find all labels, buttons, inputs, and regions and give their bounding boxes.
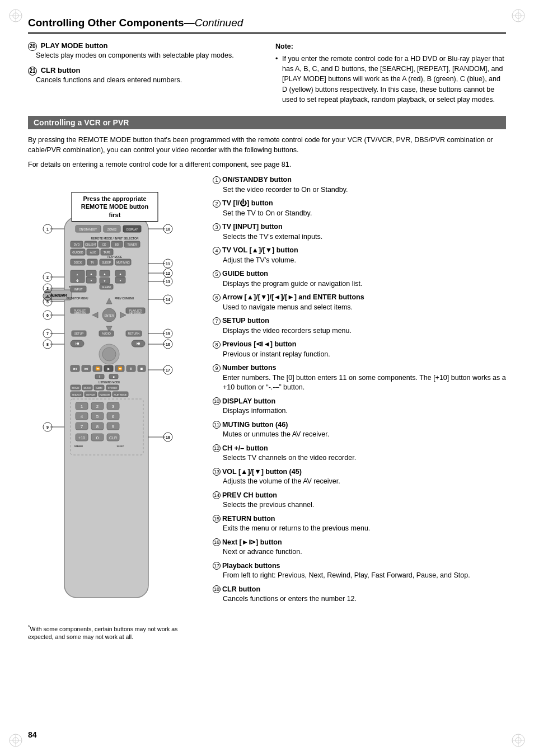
svg-text:PREV CH/MENU: PREV CH/MENU [115,297,134,300]
svg-text:TUNER: TUNER [127,243,137,246]
item-title-8: Previous [⧏◄] button [222,340,296,348]
svg-text:DOCK: DOCK [74,261,82,264]
button-item-21: 21 CLR button Cancels functions and clea… [28,66,259,85]
svg-text:AUX: AUX [90,251,96,254]
svg-text:MUT/MNG: MUT/MNG [116,261,130,264]
list-item-4: 4TV VOL [▲]/[▼] buttonAdjust the TV’s vo… [213,246,506,265]
svg-text:16: 16 [166,342,170,346]
svg-text:▲: ▲ [104,272,106,275]
svg-text:9: 9 [46,425,49,429]
item-title-3: TV [INPUT] button [222,223,283,231]
list-item-16: 16Next [►⧐] buttonNext or advance functi… [213,538,506,557]
svg-text:STEREO: STEREO [108,387,117,389]
item-desc-5: Displays the program guide or navigation… [223,279,506,289]
list-item-18: 18CLR buttonCancels functions or enters … [213,585,506,604]
svg-text:5: 5 [96,414,99,419]
svg-text:SLEEP: SLEEP [102,261,111,264]
corner-decoration-tl [8,8,24,24]
svg-text:1: 1 [46,227,49,231]
svg-text:MUSIC: MUSIC [84,387,91,389]
svg-text:LISTENING MODE: LISTENING MODE [99,381,120,384]
list-item-1: 1ON/STANDBY buttonSet the video recorder… [213,175,506,195]
list-item-9: 9Number buttonsEnter numbers. The [0] bu… [213,363,506,393]
vcr-section: By pressing the REMOTE MODE button that'… [28,135,506,170]
svg-text:CATEGORY: CATEGORY [74,312,86,314]
main-content: Press the appropriate REMOTE MODE button… [28,175,506,641]
header-title-text: Controlling Other Components [28,17,184,29]
item-title-13: VOL [▲]/[▼] button (45) [222,468,302,476]
item-title-17: Playback buttons [222,562,280,570]
callout-box: Press the appropriate REMOTE MODE button… [72,192,158,222]
svg-text:11: 11 [166,262,170,266]
svg-text:ENTER: ENTER [105,314,114,317]
svg-text:▲: ▲ [76,273,79,276]
svg-text:5: 5 [46,300,49,304]
vcr-intro-2: For details on entering a remote control… [28,159,506,170]
note-list: If you enter the remote control code for… [275,54,506,105]
item-desc-10: Displays information. [223,406,506,416]
svg-text:2: 2 [46,275,49,279]
item-title-11: MUTING button (46) [222,421,288,429]
svg-text:CLR: CLR [109,436,117,440]
list-item-15: 15RETURN buttonExits the menu or returns… [213,514,506,534]
svg-text:⏸: ⏸ [129,367,133,370]
svg-text:⏩: ⏩ [118,367,123,371]
list-item-14: 14PREV CH buttonSelects the previous cha… [213,491,506,510]
svg-text:⏮: ⏮ [76,341,79,345]
svg-text:CD: CD [102,243,106,246]
svg-text:DISPLAY: DISPLAY [127,228,138,231]
button-item-20: 20 PLAY MODE button Selects play modes o… [28,41,259,60]
item-title-2: TV [Ⅰ/⏻] button [222,199,273,207]
list-item-2: 2TV [Ⅰ/⏻] buttonSet the TV to On or Stan… [213,199,506,218]
svg-text:▼: ▼ [104,279,106,283]
svg-text:⏻: ⏻ [76,279,79,282]
list-item-12: 12CH +/– buttonSelects TV channels on th… [213,444,506,463]
left-column: Press the appropriate REMOTE MODE button… [28,175,202,641]
list-item-11: 11MUTING button (46)Mutes or unmutes the… [213,420,506,440]
svg-text:GUIDED: GUIDED [72,251,83,254]
circled-20: 20 [28,42,37,51]
svg-text:17: 17 [166,368,170,372]
top-left-column: 20 PLAY MODE button Selects play modes o… [28,41,259,106]
svg-text:⏭: ⏭ [137,341,140,345]
svg-text:10: 10 [166,227,170,231]
svg-text:AUDIO: AUDIO [102,332,111,335]
btn-title-21: 21 CLR button [28,66,80,74]
item-title-15: RETURN button [222,515,275,523]
svg-text:18: 18 [166,435,170,439]
svg-text:▲: ▲ [90,272,93,275]
svg-text:8: 8 [46,342,49,346]
svg-text:GAME: GAME [96,387,102,389]
item-desc-2: Set the TV to On or Standby. [223,209,506,219]
svg-text:+10: +10 [78,436,85,440]
corner-decoration-bl [8,732,24,748]
svg-text:RETURN: RETURN [128,332,140,335]
item-title-6: Arrow [▲]/[▼]/[◄]/[►] and ENTER buttons [222,293,364,301]
vcr-section-heading: Controlling a VCR or PVR [28,116,506,129]
item-title-1: ON/STANDBY button [222,176,292,184]
note-item-1: If you enter the remote control code for… [275,54,506,105]
svg-text:2: 2 [96,404,99,409]
item-desc-3: Selects the TV’s external inputs. [223,232,506,242]
svg-text:⏮: ⏮ [73,367,77,370]
footnote: *With some components, certain buttons m… [28,623,202,641]
svg-text:▼: ▼ [119,279,122,282]
svg-text:3: 3 [46,287,49,290]
svg-point-99 [102,348,116,361]
svg-text:▲: ▲ [119,272,122,275]
svg-text:14: 14 [166,298,170,302]
svg-text:6: 6 [112,414,115,419]
svg-text:⏭: ⏭ [85,367,88,370]
svg-text:⏹: ⏹ [140,367,143,370]
svg-text:3: 3 [112,404,115,409]
svg-text:7: 7 [81,424,83,429]
svg-text:SLEEP: SLEEP [117,445,124,448]
svg-text:15: 15 [166,332,170,336]
item-desc-15: Exits the menu or returns to the previou… [223,524,506,534]
item-desc-6: Used to navigate menus and select items. [223,303,506,313]
item-title-12: CH +/– button [222,444,268,452]
item-desc-4: Adjust the TV’s volume. [223,256,506,266]
header-subtitle-text: Continued [195,17,243,29]
svg-text:ZONE2: ZONE2 [107,228,117,231]
corner-decoration-br [510,732,526,748]
